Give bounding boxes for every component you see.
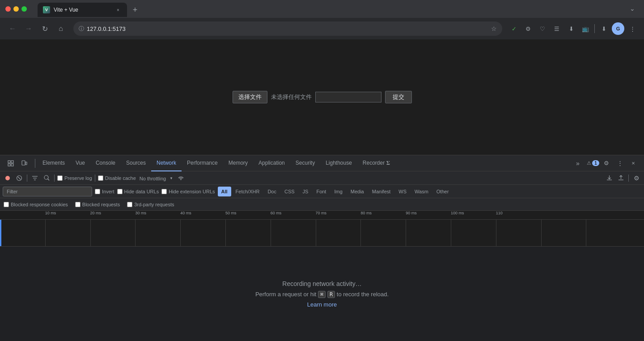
back-icon: ← xyxy=(9,25,16,33)
blocked-response-cookies-label[interactable]: Blocked response cookies xyxy=(4,202,68,207)
device-toolbar-button[interactable] xyxy=(18,157,30,170)
network-timeline: 10 ms 20 ms 30 ms 40 ms 50 ms 60 ms 70 m… xyxy=(0,211,644,247)
active-tab[interactable]: V Vite + Vue × xyxy=(38,3,127,17)
tab-elements[interactable]: Elements xyxy=(37,155,70,171)
hide-extension-urls-label[interactable]: Hide extension URLs xyxy=(161,189,215,194)
grammarly-extension-button[interactable]: ✓ xyxy=(508,22,520,35)
more-tabs-button[interactable]: » xyxy=(572,157,584,170)
address-bar[interactable]: ⓘ 127.0.0.1:5173 ☆ xyxy=(73,21,502,36)
devtools-settings-gear-button[interactable]: ⚙ xyxy=(631,173,641,183)
new-tab-button[interactable]: + xyxy=(129,4,141,16)
hide-data-urls-checkbox[interactable] xyxy=(117,189,123,194)
tab-lighthouse[interactable]: Lighthouse xyxy=(320,155,357,171)
timeline-tick-70: 70 ms xyxy=(316,211,327,215)
browser-chrome: V Vite + Vue × + ⌄ ← → ↻ ⌂ ⓘ 127.0.0.1:5… xyxy=(0,0,644,39)
import-har-button[interactable] xyxy=(616,173,626,183)
blocked-requests-label[interactable]: Blocked requests xyxy=(75,202,120,207)
tab-close-button[interactable]: × xyxy=(114,6,122,13)
download-extension-button[interactable]: ⬇ xyxy=(565,22,577,35)
home-button[interactable]: ⌂ xyxy=(54,21,68,36)
nt-divider4 xyxy=(628,175,629,182)
hide-extension-urls-checkbox[interactable] xyxy=(161,189,167,194)
filter-type-all[interactable]: All xyxy=(218,187,231,196)
third-party-requests-label[interactable]: 3rd-party requests xyxy=(127,202,174,207)
clear-button[interactable] xyxy=(14,173,24,183)
hide-data-urls-label[interactable]: Hide data URLs xyxy=(117,189,159,194)
timeline-tick-30: 30 ms xyxy=(135,211,146,215)
devtools-issues-button[interactable]: ⚠ 1 xyxy=(587,157,599,170)
minimize-window-button[interactable] xyxy=(13,6,19,12)
tab-vue[interactable]: Vue xyxy=(70,155,90,171)
disable-cache-checkbox[interactable] xyxy=(98,175,103,181)
preserve-log-checkbox[interactable] xyxy=(57,175,63,181)
cast-extension-button[interactable]: 📺 xyxy=(579,22,592,35)
timeline-grid xyxy=(0,220,644,246)
tab-sources[interactable]: Sources xyxy=(121,155,151,171)
record-button[interactable] xyxy=(3,173,13,183)
back-button[interactable]: ← xyxy=(5,21,20,36)
tab-application[interactable]: Application xyxy=(253,155,290,171)
learn-more-link[interactable]: Learn more xyxy=(307,301,337,308)
filter-type-doc[interactable]: Doc xyxy=(264,187,280,196)
devtools-close-button[interactable]: × xyxy=(627,157,640,170)
tab-recorder[interactable]: Recorder 𝚺 xyxy=(357,155,395,171)
export-har-button[interactable] xyxy=(604,173,614,183)
network-conditions-button[interactable] xyxy=(176,173,186,183)
invert-label[interactable]: Invert xyxy=(95,189,114,194)
filter-bar: Invert Hide data URLs Hide extension URL… xyxy=(0,185,644,198)
tab-network[interactable]: Network xyxy=(151,155,182,171)
settings-extension-button[interactable]: ⚙ xyxy=(522,22,534,35)
third-party-requests-checkbox[interactable] xyxy=(127,202,132,207)
tab-console[interactable]: Console xyxy=(90,155,121,171)
heart-extension-button[interactable]: ♡ xyxy=(536,22,549,35)
menu-extension-button[interactable]: ☰ xyxy=(551,22,563,35)
page-content: 选择文件 未选择任何文件 提交 xyxy=(0,39,644,155)
home-icon: ⌂ xyxy=(59,25,63,33)
recording-subtitle: Perform a request or hit ⌘ R to record t… xyxy=(255,291,389,298)
more-options-button[interactable]: ⋮ xyxy=(626,22,639,35)
filter-type-other[interactable]: Other xyxy=(433,187,453,196)
text-input[interactable] xyxy=(315,92,381,102)
close-window-button[interactable] xyxy=(5,6,11,12)
inspect-element-button[interactable] xyxy=(4,157,17,170)
forward-button[interactable]: → xyxy=(21,21,36,36)
filter-type-buttons: All Fetch/XHR Doc CSS JS Font Img Media … xyxy=(218,187,641,196)
svg-point-12 xyxy=(44,175,48,179)
download-button[interactable]: ⬇ xyxy=(597,22,610,35)
filter-type-wasm[interactable]: Wasm xyxy=(411,187,432,196)
filter-type-css[interactable]: CSS xyxy=(281,187,298,196)
svg-point-6 xyxy=(5,176,10,180)
tab-performance[interactable]: Performance xyxy=(182,155,223,171)
filter-type-media[interactable]: Media xyxy=(347,187,368,196)
tab-security[interactable]: Security xyxy=(290,155,320,171)
tab-memory[interactable]: Memory xyxy=(223,155,253,171)
timeline-tick-40: 40 ms xyxy=(180,211,191,215)
issues-icon: ⚠ xyxy=(587,160,591,166)
profile-button[interactable]: G xyxy=(612,22,624,35)
filter-type-fetch-xhr[interactable]: Fetch/XHR xyxy=(232,187,263,196)
network-empty-state: Recording network activity… Perform a re… xyxy=(0,247,644,341)
blocked-response-cookies-checkbox[interactable] xyxy=(4,202,9,207)
disable-cache-label[interactable]: Disable cache xyxy=(98,175,136,181)
throttling-select[interactable]: No throttling Fast 3G Slow 3G Offline xyxy=(138,175,174,182)
svg-rect-5 xyxy=(25,162,27,165)
bookmark-icon[interactable]: ☆ xyxy=(491,25,497,32)
devtools-settings-button[interactable]: ⚙ xyxy=(600,157,613,170)
filter-toggle-button[interactable] xyxy=(30,173,40,183)
collapse-button[interactable]: ⌄ xyxy=(626,2,639,15)
submit-button[interactable]: 提交 xyxy=(385,91,412,103)
filter-input[interactable] xyxy=(3,187,92,196)
filter-type-ws[interactable]: WS xyxy=(395,187,410,196)
maximize-window-button[interactable] xyxy=(21,6,27,12)
preserve-log-label[interactable]: Preserve log xyxy=(57,175,92,181)
refresh-button[interactable]: ↻ xyxy=(38,21,52,36)
choose-file-button[interactable]: 选择文件 xyxy=(233,91,267,103)
devtools-more-options-button[interactable]: ⋮ xyxy=(614,157,626,170)
filter-type-img[interactable]: Img xyxy=(330,187,346,196)
filter-type-js[interactable]: JS xyxy=(299,187,312,196)
filter-type-manifest[interactable]: Manifest xyxy=(369,187,394,196)
filter-type-font[interactable]: Font xyxy=(313,187,330,196)
blocked-requests-checkbox[interactable] xyxy=(75,202,80,207)
search-button[interactable] xyxy=(42,173,51,183)
invert-checkbox[interactable] xyxy=(95,189,100,194)
